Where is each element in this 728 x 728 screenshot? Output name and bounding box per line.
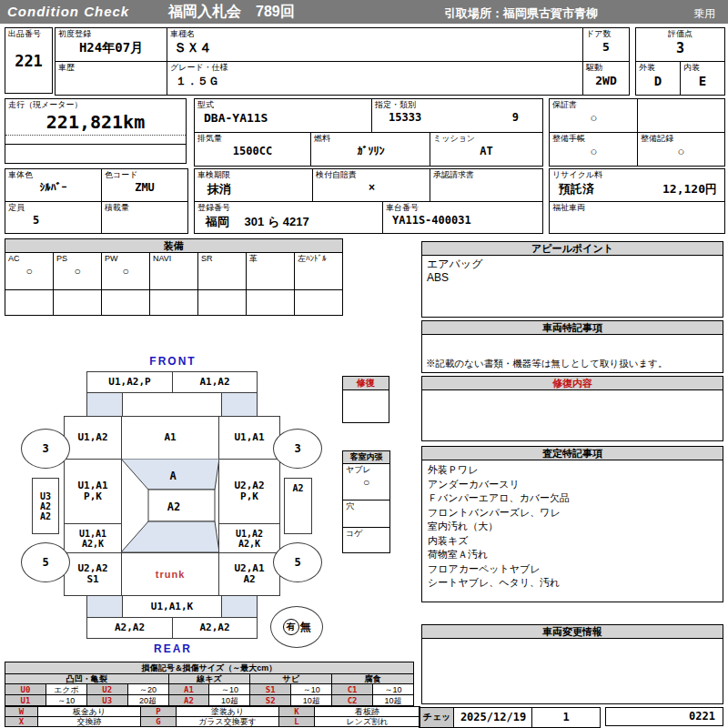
vehicle-category: 乗用 — [693, 6, 715, 22]
interior-value: E — [681, 74, 724, 88]
warranty-empty-cell — [637, 98, 725, 133]
legend-code: A1 — [168, 684, 209, 695]
legend-group: サビ — [250, 674, 332, 684]
cabin-title: 客室内張 — [343, 451, 389, 464]
legend-code: U2 — [86, 684, 127, 695]
repair-content-title: 修復内容 — [422, 377, 723, 390]
zone-line: A2,K — [82, 539, 104, 549]
legend-code: C1 — [332, 684, 373, 695]
history-label: 車歴 — [56, 62, 167, 74]
interior-label: 内装 — [681, 62, 724, 74]
sheet-code-box: 0221 — [605, 707, 723, 726]
assessment-line: 室内汚れ（大） — [428, 520, 717, 534]
maint-book-label: 整備手帳 — [550, 133, 638, 145]
load-cell: 積載量 — [101, 201, 188, 234]
vehicle-main-box: 初度登録 H24年07月 車歴 車種名 ＳＸ４ グレード・仕様 １．５Ｇ ドア数… — [55, 27, 628, 94]
zone-line: A2 — [40, 511, 51, 521]
approval-label: 承認請求書 — [430, 169, 542, 181]
mileage-value: 221,821km — [46, 111, 145, 133]
equipment-table: 装備 AC ○ PS ○ PW ○ NAVI SR 革 左ﾊﾝﾄﾞﾙ — [5, 238, 343, 316]
check-date-cell: 2025/12/19 — [453, 707, 533, 728]
legend-size: 10超 — [291, 695, 332, 706]
maint-record-label: 整備記録 — [638, 133, 724, 145]
zone-front-fender-right: U1,A1 — [218, 416, 280, 460]
equipment-mark: ○ — [5, 265, 53, 278]
cabin-row-ana: 穴 — [343, 500, 389, 528]
glass-roof-graphic: A A2 — [121, 459, 219, 553]
check-count-cell: 1 — [531, 707, 601, 728]
assessment-panel: 査定特記事項 外装Ｐワレ アンダーカバースリ Ｆバンパーエアロ、カバー欠品 フロ… — [421, 446, 723, 602]
zone-front-bumper-right: A1,A2 — [172, 371, 258, 393]
zone-front-door-left: U1,A1 P,K — [64, 459, 122, 524]
zone-headlight-right — [221, 392, 258, 417]
equipment-label: PS — [54, 253, 101, 265]
load-label: 積載量 — [102, 202, 187, 214]
assessment-line: 外装Ｐワレ — [428, 463, 717, 478]
history-cell: 車歴 — [55, 61, 167, 96]
repair-marks-legend-table: W 板金あり P 塗装あり K 看板跡 X 交換跡 G ガラス交換要す L レン… — [5, 706, 420, 727]
jibai-cell: 検付自賠責 × — [312, 168, 431, 202]
first-reg-value: H24年07月 — [56, 40, 167, 56]
legend-size: 10超 — [373, 695, 414, 706]
welfare-cell: 福祉車両 — [549, 201, 725, 234]
trunk-label: trunk — [156, 569, 186, 580]
damage-legend-table: 損傷記号＆損傷サイズ（～最大cm） 凸凹・亀裂 線キズ サビ 腐食 U0 エクボ… — [5, 662, 414, 706]
exterior-label: 外装 — [636, 62, 680, 74]
rear-window-shape — [121, 521, 219, 552]
spare-yes-circled: 有 — [283, 619, 299, 635]
color-code-cell: 色コード ZMU — [101, 168, 188, 202]
legend-code: C2 — [332, 695, 373, 706]
legend-mark-desc: 塗装あり — [177, 707, 279, 717]
equipment-label: SR — [198, 253, 246, 265]
zone-line: U3 — [40, 491, 51, 501]
doors-value: 5 — [583, 40, 629, 54]
assessment-line: Ｆバンパーエアロ、カバー欠品 — [428, 491, 717, 506]
recycle-box: リサイクル料 預託済 12,120円 福祉車両 — [549, 168, 723, 232]
equipment-cell-ps: PS ○ — [54, 253, 102, 289]
zone-sill-left: U3 A2 A2 — [32, 478, 59, 534]
brand-logo: Condition Check — [7, 4, 129, 19]
score-cell: 評価点 3 — [635, 27, 725, 62]
equipment-cell-leather: 革 — [247, 253, 295, 289]
assessment-line: アンダーカバースリ — [428, 478, 717, 492]
legend-code: U0 — [5, 684, 46, 695]
equipment-cell-sr: SR — [198, 253, 247, 289]
inspection-value: 抹消 — [195, 181, 313, 197]
zone-windshield: A — [169, 470, 177, 482]
welfare-label: 福祉車両 — [550, 202, 724, 214]
mission-label: ミッション — [430, 133, 542, 145]
mileage-label: 走行（現メーター） — [5, 99, 186, 111]
interior-cell: 内装 E — [680, 61, 725, 96]
equipment-label: 革 — [247, 253, 294, 265]
equipment-label: NAVI — [150, 253, 197, 265]
drive-cell: 駆動 2WD — [582, 61, 630, 96]
maint-book-cell: 整備手帳 ○ — [549, 132, 639, 167]
type-class-label: 指定・類別 — [372, 99, 542, 111]
mileage-value-row: 221,821km — [5, 111, 186, 136]
score-label: 評価点 — [636, 28, 724, 40]
chassis-value: YA11S-400031 — [383, 214, 542, 227]
reg-no-label: 登録番号 — [195, 202, 383, 214]
appeal-item: ABS — [427, 271, 718, 285]
recycle-label: リサイクル料 — [550, 169, 724, 181]
drive-value: 2WD — [583, 74, 629, 87]
maint-record-mark: ○ — [638, 145, 724, 158]
grade-cell: グレード・仕様 １．５Ｇ — [167, 61, 584, 96]
zone-rear-fender-left: U2,A2 S1 — [64, 552, 122, 596]
warranty-mark: ○ — [550, 111, 638, 125]
legend-group: 線キズ — [168, 674, 250, 684]
assessment-line: シートヤブレ、ヘタリ、汚れ — [428, 576, 717, 591]
special-notes-panel: 車両特記事項 ※記載のない書類・機器等は無しとして取り扱います。 — [421, 320, 723, 373]
displacement-label: 排気量 — [195, 133, 310, 145]
score-box: 評価点 3 外装 D 内装 E — [635, 27, 723, 94]
legend-size: ～10 — [46, 695, 86, 706]
mission-value: AT — [430, 145, 542, 157]
check-label-cell: チェック — [419, 707, 455, 728]
model-name-value: ＳＸ４ — [167, 40, 583, 56]
legend-size: 20超 — [127, 695, 168, 706]
zone-taillight-right — [221, 595, 258, 618]
auction-sheet: { "colors":{"bar_gray":"#7a7a7a","sectio… — [0, 0, 728, 728]
repair-content-panel: 修復内容 — [421, 376, 723, 441]
displacement-cell: 排気量 1500CC — [194, 132, 311, 167]
legend-size: エクボ — [46, 684, 86, 695]
